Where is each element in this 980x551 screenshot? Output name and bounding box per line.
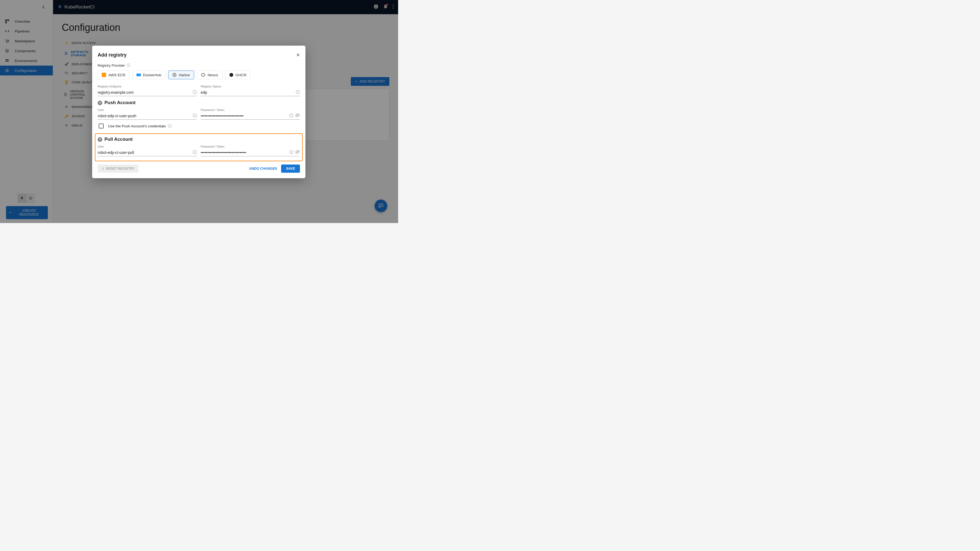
info-icon[interactable]: ⓘ [193, 90, 197, 95]
info-icon[interactable]: ⓘ [289, 150, 293, 155]
svg-point-22 [174, 75, 175, 75]
warning-icon: ⚠ [102, 167, 105, 170]
info-icon[interactable]: ⓘ [168, 124, 172, 129]
help-icon[interactable]: ? [98, 100, 102, 105]
svg-point-24 [229, 73, 233, 77]
pull-pass-label: Password / Token [201, 145, 300, 148]
save-button[interactable]: SAVE [281, 165, 300, 173]
info-icon[interactable]: ⓘ [193, 113, 197, 118]
svg-rect-20 [137, 73, 141, 76]
provider-aws-ecr[interactable]: AWS ECR [98, 70, 130, 79]
info-icon[interactable]: ⓘ [289, 113, 293, 118]
reset-registry-button[interactable]: ⚠ RESET REGISTRY [98, 165, 138, 173]
provider-options: AWS ECR DockerHub Harbor Nexus GHCR [98, 70, 300, 79]
use-push-checkbox[interactable] [99, 124, 103, 129]
provider-harbor[interactable]: Harbor [168, 70, 194, 79]
svg-marker-23 [202, 73, 205, 76]
aws-icon [102, 73, 106, 77]
pull-user-input[interactable] [98, 150, 191, 155]
push-account-title: Push Account [105, 100, 135, 105]
pull-account-highlight: ? Pull Account User ⓘ Password / Token ⓘ [95, 133, 303, 161]
visibility-off-icon[interactable] [295, 113, 300, 118]
info-icon[interactable]: ⓘ [296, 90, 300, 95]
github-icon [229, 73, 234, 77]
push-pass-label: Password / Token [201, 108, 300, 111]
use-push-label: Use the Push Account's credentials ⓘ [108, 124, 172, 129]
nexus-icon [201, 73, 205, 77]
info-icon[interactable]: ⓘ [127, 63, 130, 68]
pull-account-title: Pull Account [105, 137, 133, 142]
info-icon[interactable]: ⓘ [193, 150, 197, 155]
provider-label: Registry Provider [98, 64, 125, 68]
visibility-off-icon[interactable] [295, 150, 300, 155]
docker-icon [137, 73, 141, 77]
push-pass-input[interactable] [201, 114, 288, 118]
svg-rect-19 [102, 73, 106, 77]
reset-label: RESET REGISTRY [106, 167, 135, 170]
pull-user-label: User [98, 145, 197, 148]
harbor-icon [172, 73, 177, 77]
dialog-title: Add registry [98, 52, 127, 58]
endpoint-label: Registry Endpoint [98, 85, 197, 88]
provider-dockerhub[interactable]: DockerHub [132, 70, 166, 79]
close-icon[interactable]: ✕ [296, 52, 300, 58]
pull-pass-input[interactable] [201, 150, 288, 155]
push-user-label: User [98, 108, 197, 111]
endpoint-input[interactable] [98, 90, 191, 95]
space-label: Registry Space [201, 85, 300, 88]
undo-changes-button[interactable]: UNDO CHANGES [249, 167, 277, 170]
push-user-input[interactable] [98, 114, 191, 118]
provider-nexus[interactable]: Nexus [197, 70, 222, 79]
help-icon[interactable]: ? [98, 137, 102, 142]
space-input[interactable] [201, 90, 294, 95]
add-registry-dialog: Add registry ✕ Registry Provider ⓘ AWS E… [92, 46, 305, 178]
provider-ghcr[interactable]: GHCR [225, 70, 251, 79]
